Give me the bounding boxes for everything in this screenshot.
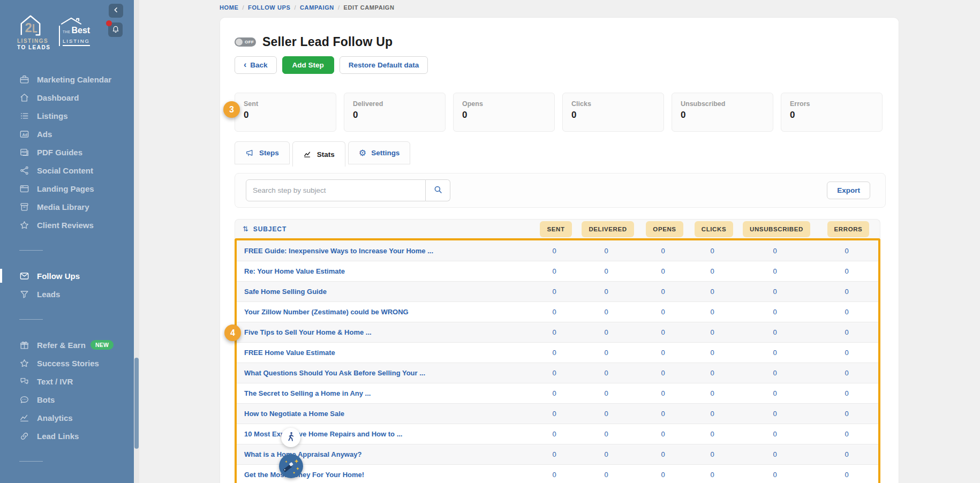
funnel-icon <box>19 289 29 299</box>
home-icon <box>19 93 29 103</box>
bell-icon <box>111 25 120 35</box>
listings-to-leads-logo[interactable]: 2 LISTINGS TO LEADS <box>17 14 51 50</box>
sidebar-item-dashboard[interactable]: Dashboard <box>0 88 134 107</box>
subject-link[interactable]: Re: Your Home Value Estimate <box>237 267 532 275</box>
breadcrumb-separator: / <box>294 4 296 11</box>
cell-sent: 0 <box>532 369 576 377</box>
cell-opens: 0 <box>636 369 690 377</box>
annotation-badge-3: 3 <box>223 101 240 118</box>
chevron-left-icon <box>112 6 120 16</box>
tab-steps[interactable]: Steps <box>235 141 290 164</box>
archive-icon <box>19 202 29 212</box>
subject-column-header[interactable]: ⇅ SUBJECT <box>235 225 534 233</box>
sidebar-item-bots[interactable]: Bots <box>0 390 134 409</box>
sidebar-divider <box>19 461 43 462</box>
tabs-row: StepsStats⚙Settings <box>235 141 885 167</box>
table-toolbar: Export <box>235 173 886 208</box>
subject-link[interactable]: What Questions Should You Ask Before Sel… <box>237 369 532 377</box>
search-input[interactable] <box>246 179 426 201</box>
notification-dot <box>106 20 112 26</box>
back-button[interactable]: ‹Back <box>235 56 277 74</box>
sidebar-item-label: Marketing Calendar <box>37 75 111 84</box>
search-button[interactable] <box>426 179 450 201</box>
export-button[interactable]: Export <box>827 182 870 199</box>
subject-link[interactable]: How to Negotiate a Home Sale <box>237 410 532 418</box>
breadcrumb-follow-ups[interactable]: FOLLOW UPS <box>248 4 290 11</box>
walkthrough-assistant-button[interactable] <box>281 428 300 447</box>
subject-link[interactable]: Five Tips to Sell Your Home & Home ... <box>237 328 532 336</box>
cell-errors: 0 <box>815 430 878 438</box>
cell-sent: 0 <box>532 389 576 397</box>
sidebar-item-text-ivr[interactable]: Text / IVR <box>0 372 134 390</box>
sidebar-scrollbar[interactable] <box>134 0 139 483</box>
cell-delivered: 0 <box>576 328 636 336</box>
cell-unsubscribed: 0 <box>735 349 815 357</box>
cell-errors: 0 <box>815 389 878 397</box>
sidebar-item-landing-pages[interactable]: Landing Pages <box>0 179 134 198</box>
subject-link[interactable]: FREE Home Value Estimate <box>237 349 532 357</box>
stats-table: ⇅ SUBJECT SENTDELIVEREDOPENSCLICKSUNSUBS… <box>235 219 880 483</box>
sidebar-item-lead-links[interactable]: Lead Links <box>0 427 134 445</box>
breadcrumb-separator: / <box>338 4 340 11</box>
restore-default-data-button[interactable]: Restore Default data <box>340 56 428 74</box>
sidebar-item-client-reviews[interactable]: Client Reviews <box>0 216 134 234</box>
svg-text:2: 2 <box>25 20 32 35</box>
sidebar-item-media-library[interactable]: Media Library <box>0 198 134 216</box>
cell-sent: 0 <box>532 267 576 275</box>
column-header-opens: OPENS <box>646 221 683 237</box>
stats-cards-row: Sent0Delivered0Opens0Clicks0Unsubscribed… <box>235 93 885 132</box>
star-icon <box>19 358 29 368</box>
cell-opens: 0 <box>636 247 690 255</box>
subject-link[interactable]: Safe Home Selling Guide <box>237 288 532 296</box>
subject-link[interactable]: Your Zillow Number (Zestimate) could be … <box>237 308 532 316</box>
sidebar-item-label: Listings <box>37 111 68 120</box>
svg-text:Ad: Ad <box>22 132 27 137</box>
sidebar-item-label: Media Library <box>37 202 89 212</box>
sidebar-item-ads[interactable]: AdAds <box>0 125 134 143</box>
notifications-bell-button[interactable] <box>108 22 123 37</box>
best-listing-logo[interactable]: THE Best LISTING <box>59 17 90 46</box>
cell-unsubscribed: 0 <box>735 430 815 438</box>
sidebar-scrollbar-thumb[interactable] <box>134 358 139 449</box>
sidebar-item-pdf-guides[interactable]: PDFPDF Guides <box>0 143 134 161</box>
walking-person-icon <box>285 431 297 444</box>
campaign-status-toggle[interactable]: OFF <box>235 37 256 47</box>
sidebar-item-listings[interactable]: Listings <box>0 107 134 125</box>
tab-stats[interactable]: Stats <box>292 141 345 167</box>
sidebar-item-refer-earn[interactable]: Refer & EarnNEW <box>0 336 134 354</box>
sidebar-item-success-stories[interactable]: Success Stories <box>0 354 134 372</box>
sidebar-item-marketing-calendar[interactable]: Marketing Calendar <box>0 70 134 88</box>
sidebar-divider <box>19 319 43 320</box>
cell-unsubscribed: 0 <box>735 450 815 458</box>
table-row: FREE Home Value Estimate000000 <box>237 342 878 363</box>
mail-icon <box>19 271 29 281</box>
sidebar-item-label: Text / IVR <box>37 377 73 386</box>
cell-errors: 0 <box>815 308 878 316</box>
breadcrumb-home[interactable]: HOME <box>220 4 238 11</box>
cell-unsubscribed: 0 <box>735 247 815 255</box>
cell-delivered: 0 <box>576 349 636 357</box>
sidebar-item-social-content[interactable]: Social Content <box>0 161 134 179</box>
magic-assistant-button[interactable] <box>279 454 303 478</box>
cell-sent: 0 <box>532 328 576 336</box>
sidebar-item-leads[interactable]: Leads <box>0 285 134 303</box>
breadcrumb-campaign[interactable]: CAMPAIGN <box>300 4 334 11</box>
subject-link[interactable]: FREE Guide: Inexpensive Ways to Increase… <box>237 247 532 255</box>
sidebar-collapse-button[interactable] <box>109 4 123 18</box>
sidebar-item-analytics[interactable]: Analytics <box>0 409 134 427</box>
svg-text:PDF: PDF <box>21 151 27 154</box>
cell-unsubscribed: 0 <box>735 328 815 336</box>
stat-value: 0 <box>462 110 546 120</box>
cell-unsubscribed: 0 <box>735 288 815 296</box>
window-icon <box>19 184 29 194</box>
subject-link[interactable]: The Secret to Selling a Home in Any ... <box>237 389 532 397</box>
cell-clicks: 0 <box>690 369 735 377</box>
add-step-button[interactable]: Add Step <box>282 56 334 74</box>
tab-settings[interactable]: ⚙Settings <box>348 141 411 164</box>
cell-errors: 0 <box>815 288 878 296</box>
megaphone-icon <box>245 148 254 157</box>
sidebar-item-follow-ups[interactable]: Follow Ups <box>0 267 134 285</box>
cell-clicks: 0 <box>690 247 735 255</box>
share-icon <box>19 165 29 176</box>
tab-label: Stats <box>317 150 335 159</box>
